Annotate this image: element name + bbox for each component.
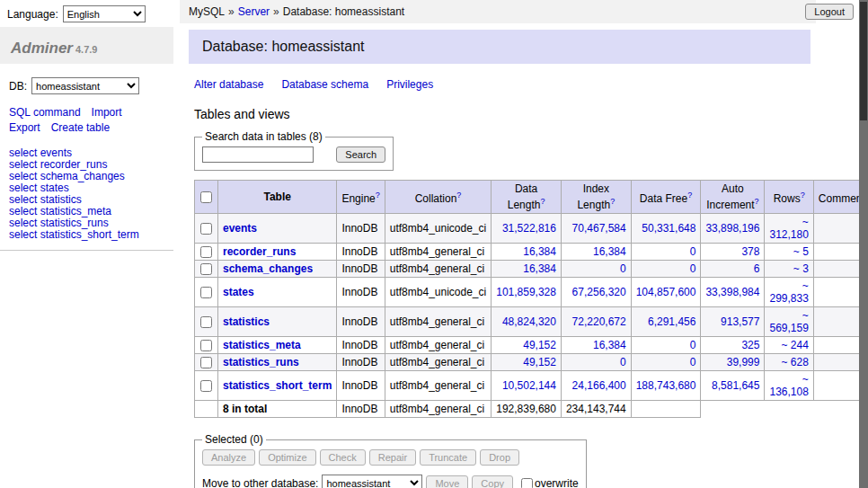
vertical-scrollbar[interactable] xyxy=(859,0,868,488)
data-length-link[interactable]: 48,824,320 xyxy=(502,315,556,328)
table-name-link[interactable]: statistics_meta xyxy=(223,339,301,351)
data-length-link[interactable]: 49,152 xyxy=(523,339,556,351)
data-free-link[interactable]: 50,331,648 xyxy=(642,222,695,235)
data-length-link[interactable]: 49,152 xyxy=(523,356,556,368)
index-length-link[interactable]: 16,384 xyxy=(593,339,626,351)
column-help-link[interactable]: ? xyxy=(687,191,692,200)
engine-cell: InnoDB xyxy=(337,244,385,261)
alter-database-link[interactable]: Alter database xyxy=(194,78,263,91)
rows-count-link[interactable]: ~ 569,159 xyxy=(769,309,808,334)
create-table-link[interactable]: Create table xyxy=(51,121,110,134)
auto-increment-link[interactable]: 378 xyxy=(741,245,759,258)
index-length-link[interactable]: 0 xyxy=(620,262,626,275)
row-checkbox[interactable] xyxy=(200,340,212,351)
export-link[interactable]: Export xyxy=(9,121,40,134)
optimize-button[interactable]: Optimize xyxy=(259,449,315,466)
table-name-link[interactable]: states xyxy=(223,286,254,298)
select-all-checkbox[interactable] xyxy=(200,191,212,203)
column-help-link[interactable]: ? xyxy=(456,191,461,200)
data-free-link[interactable]: 104,857,600 xyxy=(636,286,696,298)
data-free-link[interactable]: 0 xyxy=(690,339,696,351)
rows-count-link[interactable]: ~ 3 xyxy=(793,262,809,275)
data-free-link[interactable]: 6,291,456 xyxy=(648,315,695,328)
rows-count-link[interactable]: ~ 312,180 xyxy=(769,216,808,241)
search-button[interactable]: Search xyxy=(336,146,385,163)
table-name-link[interactable]: statistics xyxy=(223,315,270,328)
table-name-link[interactable]: statistics_runs xyxy=(223,356,299,368)
rows-count-link[interactable]: ~ 244 xyxy=(781,339,808,351)
sql-command-link[interactable]: SQL command xyxy=(9,106,81,119)
auto-increment-link[interactable]: 39,999 xyxy=(727,356,760,368)
scrollbar-thumb[interactable] xyxy=(860,2,867,120)
data-length-link[interactable]: 31,522,816 xyxy=(502,222,556,235)
table-name-link[interactable]: recorder_runs xyxy=(223,245,296,258)
app-name: Adminer xyxy=(11,40,73,57)
index-length-link[interactable]: 70,467,584 xyxy=(572,222,626,235)
search-input[interactable] xyxy=(202,146,314,163)
table-name-link[interactable]: events xyxy=(223,222,257,235)
auto-increment-link[interactable]: 33,398,984 xyxy=(705,286,759,298)
row-checkbox[interactable] xyxy=(200,287,212,298)
data-free-link[interactable]: 0 xyxy=(690,245,696,258)
selected-legend: Selected (0) xyxy=(202,433,266,446)
selected-fieldset: Selected (0) AnalyzeOptimizeCheckRepairT… xyxy=(194,433,587,488)
data-length-link[interactable]: 101,859,328 xyxy=(496,286,556,298)
auto-increment-link[interactable]: 8,581,645 xyxy=(712,379,759,392)
table-name-link[interactable]: schema_changes xyxy=(223,262,313,275)
data-free-link[interactable]: 188,743,680 xyxy=(636,379,696,392)
check-button[interactable]: Check xyxy=(320,449,366,466)
data-free-link[interactable]: 0 xyxy=(690,262,696,275)
overwrite-checkbox[interactable] xyxy=(521,478,533,488)
column-help-link[interactable]: ? xyxy=(801,191,805,200)
table-name-link[interactable]: statistics_short_term xyxy=(223,379,332,392)
repair-button[interactable]: Repair xyxy=(369,449,416,466)
drop-button[interactable]: Drop xyxy=(480,449,519,466)
index-length-link[interactable]: 67,256,320 xyxy=(572,286,626,298)
import-link[interactable]: Import xyxy=(92,106,122,119)
data-length-link[interactable]: 16,384 xyxy=(523,245,556,258)
data-free-link[interactable]: 0 xyxy=(690,356,696,368)
rows-count-link[interactable]: ~ 136,108 xyxy=(769,373,808,398)
column-help-link[interactable]: ? xyxy=(376,191,380,200)
truncate-button[interactable]: Truncate xyxy=(420,449,476,466)
language-label: Language: xyxy=(7,8,58,21)
select-statistics-short-term-link[interactable]: select statistics_short_term xyxy=(9,229,173,241)
breadcrumb-mysql-link[interactable]: MySQL xyxy=(189,5,225,18)
index-length-link[interactable]: 0 xyxy=(620,356,626,368)
auto-increment-link[interactable]: 6 xyxy=(754,262,760,275)
move-db-select[interactable]: homeassistant xyxy=(322,475,422,488)
rows-count-link[interactable]: ~ 628 xyxy=(781,356,808,368)
copy-button[interactable]: Copy xyxy=(472,475,513,488)
row-checkbox[interactable] xyxy=(200,223,212,235)
column-help-link[interactable]: ? xyxy=(755,197,759,206)
row-checkbox[interactable] xyxy=(200,246,212,258)
column-header-rows: Rows? xyxy=(765,181,813,214)
index-length-link[interactable]: 16,384 xyxy=(593,245,626,258)
row-checkbox[interactable] xyxy=(200,263,212,275)
language-select[interactable]: English xyxy=(63,5,146,22)
auto-increment-link[interactable]: 33,898,196 xyxy=(705,222,759,235)
analyze-button[interactable]: Analyze xyxy=(202,449,255,466)
db-select[interactable]: homeassistant xyxy=(31,77,139,94)
column-help-link[interactable]: ? xyxy=(540,197,545,206)
row-checkbox[interactable] xyxy=(200,316,212,328)
data-length-link[interactable]: 16,384 xyxy=(523,262,556,275)
engine-cell: InnoDB xyxy=(337,261,385,278)
index-length-link[interactable]: 72,220,672 xyxy=(572,315,626,328)
column-help-link[interactable]: ? xyxy=(610,197,615,206)
row-checkbox[interactable] xyxy=(200,380,212,392)
rows-count-link[interactable]: ~ 299,833 xyxy=(769,279,808,305)
index-length-link[interactable]: 24,166,400 xyxy=(572,379,626,392)
breadcrumb-server-link[interactable]: Server xyxy=(238,5,270,18)
data-length-link[interactable]: 10,502,144 xyxy=(502,379,556,392)
move-button[interactable]: Move xyxy=(426,475,468,488)
app-version: 4.7.9 xyxy=(75,44,97,55)
auto-increment-link[interactable]: 913,577 xyxy=(721,315,759,328)
db-label: DB: xyxy=(9,80,27,93)
auto-increment-link[interactable]: 325 xyxy=(741,339,759,351)
logout-button[interactable]: Logout xyxy=(805,4,854,20)
row-checkbox[interactable] xyxy=(200,357,212,368)
rows-count-link[interactable]: ~ 5 xyxy=(793,245,809,258)
privileges-link[interactable]: Privileges xyxy=(386,78,433,91)
database-schema-link[interactable]: Database schema xyxy=(281,78,368,91)
